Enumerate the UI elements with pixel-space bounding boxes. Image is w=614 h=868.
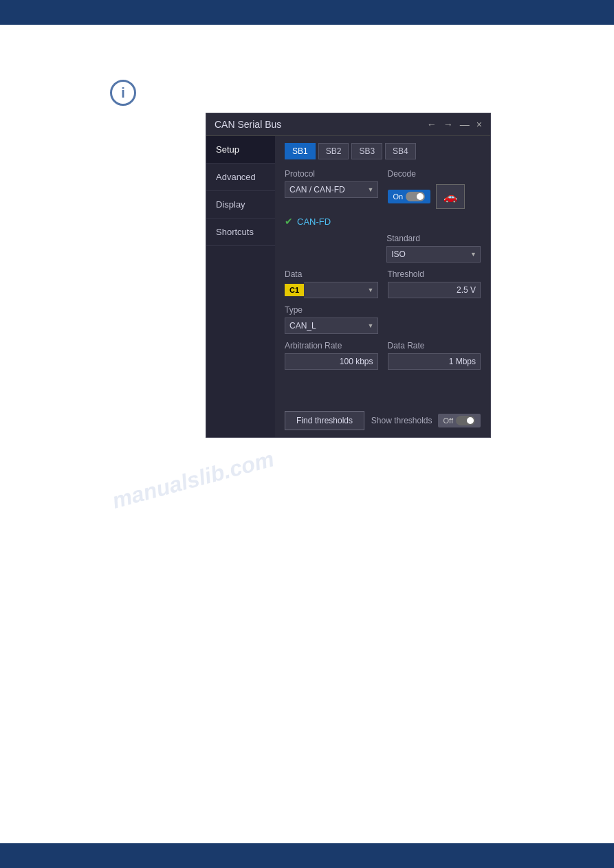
tab-sb3[interactable]: SB3 bbox=[351, 143, 382, 159]
type-select-wrapper[interactable]: CAN_L bbox=[285, 318, 378, 334]
sidebar-item-display[interactable]: Display bbox=[206, 191, 275, 219]
threshold-input[interactable]: 2.5 V bbox=[388, 282, 481, 298]
standard-label: Standard bbox=[386, 234, 481, 243]
decode-toggle-slider bbox=[406, 192, 425, 201]
data-rate-label: Data Rate bbox=[388, 341, 481, 350]
dialog-main: SB1 SB2 SB3 SB4 bbox=[275, 136, 490, 437]
protocol-col: Protocol CAN / CAN-FD bbox=[285, 169, 378, 209]
type-row: Type CAN_L bbox=[285, 305, 481, 334]
threshold-label: Threshold bbox=[388, 269, 481, 279]
tab-sb2[interactable]: SB2 bbox=[318, 143, 349, 159]
arb-rate-label: Arbitration Rate bbox=[285, 341, 378, 350]
dialog-body: Setup Advanced Display Shortcuts bbox=[206, 136, 490, 437]
standard-col: Standard ISO bbox=[386, 234, 481, 263]
can-serial-bus-dialog: CAN Serial Bus ← → — × Setup Advanced bbox=[206, 113, 491, 438]
sidebar-item-shortcuts[interactable]: Shortcuts bbox=[206, 219, 275, 246]
data-col: Data C1 bbox=[285, 269, 378, 298]
info-icon: i bbox=[110, 80, 136, 106]
data-rate-input[interactable]: 1 Mbps bbox=[388, 353, 481, 370]
threshold-col: Threshold 2.5 V bbox=[388, 269, 481, 298]
decode-col: Decode On 🚗 bbox=[388, 169, 481, 209]
data-select-wrapper[interactable]: C1 bbox=[285, 282, 378, 298]
type-label: Type bbox=[285, 305, 378, 315]
tab-sb4[interactable]: SB4 bbox=[385, 143, 416, 159]
data-rate-col: Data Rate 1 Mbps bbox=[388, 341, 481, 370]
protocol-label: Protocol bbox=[285, 169, 378, 179]
type-select[interactable]: CAN_L bbox=[285, 318, 378, 334]
bottom-row: Find thresholds Show thresholds Off bbox=[285, 407, 481, 430]
sidebar-item-setup[interactable]: Setup bbox=[206, 136, 275, 164]
decode-label: Decode bbox=[388, 169, 481, 179]
decode-toggle[interactable]: On bbox=[388, 190, 431, 203]
rates-row: Arbitration Rate 100 kbps Data Rate 1 Mb… bbox=[285, 341, 481, 370]
find-thresholds-button[interactable]: Find thresholds bbox=[285, 411, 364, 430]
dialog-sidebar: Setup Advanced Display Shortcuts bbox=[206, 136, 275, 437]
data-select[interactable] bbox=[304, 282, 377, 298]
show-thresholds-toggle[interactable]: Off bbox=[438, 414, 481, 427]
data-threshold-row: Data C1 Threshold 2.5 V bbox=[285, 269, 481, 298]
watermark: manualslib.com bbox=[109, 446, 276, 513]
type-col: Type CAN_L bbox=[285, 305, 378, 334]
dialog-title: CAN Serial Bus bbox=[215, 119, 281, 130]
show-thresholds-group: Show thresholds Off bbox=[371, 414, 481, 427]
standard-select[interactable]: ISO bbox=[386, 246, 481, 263]
data-color-badge: C1 bbox=[285, 284, 304, 296]
data-label: Data bbox=[285, 269, 378, 279]
canfd-checkmark: ✔ bbox=[285, 216, 293, 227]
car-icon: 🚗 bbox=[443, 190, 457, 203]
standard-select-wrapper[interactable]: ISO bbox=[386, 246, 481, 263]
sidebar-item-advanced[interactable]: Advanced bbox=[206, 164, 275, 191]
car-icon-box[interactable]: 🚗 bbox=[436, 184, 465, 209]
dialog-controls: ← → — × bbox=[427, 119, 482, 130]
show-thresholds-slider bbox=[456, 416, 475, 425]
arb-rate-input[interactable]: 100 kbps bbox=[285, 353, 378, 370]
type-spacer bbox=[388, 305, 481, 334]
protocol-decode-row: Protocol CAN / CAN-FD Decode bbox=[285, 169, 481, 209]
arb-rate-col: Arbitration Rate 100 kbps bbox=[285, 341, 378, 370]
forward-button[interactable]: → bbox=[443, 119, 453, 130]
top-bar bbox=[0, 0, 614, 25]
dialog-titlebar: CAN Serial Bus ← → — × bbox=[206, 113, 490, 136]
tab-sb1[interactable]: SB1 bbox=[285, 143, 316, 159]
bottom-bar bbox=[0, 843, 614, 868]
protocol-select-wrapper[interactable]: CAN / CAN-FD bbox=[285, 181, 378, 198]
protocol-select[interactable]: CAN / CAN-FD bbox=[285, 181, 378, 198]
canfd-checkbox-row: ✔ CAN-FD bbox=[285, 216, 481, 227]
show-thresholds-label: Show thresholds bbox=[371, 416, 432, 425]
tabs-row: SB1 SB2 SB3 SB4 bbox=[285, 143, 481, 159]
minimize-button[interactable]: — bbox=[460, 119, 470, 130]
canfd-label: CAN-FD bbox=[297, 216, 331, 227]
close-button[interactable]: × bbox=[476, 119, 482, 130]
back-button[interactable]: ← bbox=[427, 119, 437, 130]
